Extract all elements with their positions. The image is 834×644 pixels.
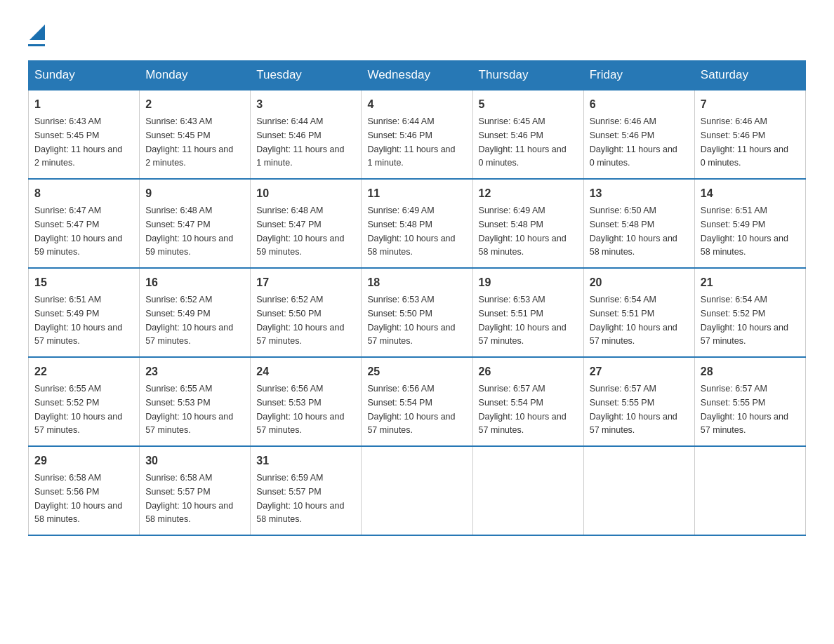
page-header bbox=[28, 21, 806, 46]
day-number: 13 bbox=[590, 185, 689, 202]
calendar-cell: 25Sunrise: 6:56 AMSunset: 5:54 PMDayligh… bbox=[362, 357, 472, 446]
calendar-cell: 30Sunrise: 6:58 AMSunset: 5:57 PMDayligh… bbox=[140, 446, 251, 535]
day-info: Sunrise: 6:51 AMSunset: 5:49 PMDaylight:… bbox=[701, 206, 788, 257]
day-number: 17 bbox=[256, 274, 355, 291]
calendar-cell: 22Sunrise: 6:55 AMSunset: 5:52 PMDayligh… bbox=[29, 357, 140, 446]
day-number: 25 bbox=[367, 363, 466, 380]
day-number: 27 bbox=[590, 363, 689, 380]
day-number: 11 bbox=[367, 185, 466, 202]
header-thursday: Thursday bbox=[472, 61, 583, 90]
calendar-cell: 19Sunrise: 6:53 AMSunset: 5:51 PMDayligh… bbox=[472, 268, 583, 357]
day-info: Sunrise: 6:56 AMSunset: 5:54 PMDaylight:… bbox=[367, 384, 455, 435]
day-info: Sunrise: 6:54 AMSunset: 5:52 PMDaylight:… bbox=[701, 295, 788, 346]
day-number: 19 bbox=[479, 274, 578, 291]
day-info: Sunrise: 6:46 AMSunset: 5:46 PMDaylight:… bbox=[590, 116, 677, 168]
calendar-cell: 13Sunrise: 6:50 AMSunset: 5:48 PMDayligh… bbox=[583, 179, 694, 268]
day-number: 1 bbox=[34, 96, 133, 113]
calendar-cell bbox=[362, 446, 472, 535]
day-info: Sunrise: 6:55 AMSunset: 5:52 PMDaylight:… bbox=[34, 384, 122, 435]
day-number: 3 bbox=[256, 96, 355, 113]
day-info: Sunrise: 6:44 AMSunset: 5:46 PMDaylight:… bbox=[256, 116, 344, 168]
calendar-cell: 12Sunrise: 6:49 AMSunset: 5:48 PMDayligh… bbox=[472, 179, 583, 268]
day-info: Sunrise: 6:53 AMSunset: 5:50 PMDaylight:… bbox=[367, 295, 455, 346]
calendar-cell: 4Sunrise: 6:44 AMSunset: 5:46 PMDaylight… bbox=[362, 90, 472, 179]
day-info: Sunrise: 6:51 AMSunset: 5:49 PMDaylight:… bbox=[34, 295, 122, 346]
calendar-cell: 15Sunrise: 6:51 AMSunset: 5:49 PMDayligh… bbox=[29, 268, 140, 357]
day-info: Sunrise: 6:54 AMSunset: 5:51 PMDaylight:… bbox=[590, 295, 677, 346]
calendar-cell: 2Sunrise: 6:43 AMSunset: 5:45 PMDaylight… bbox=[140, 90, 251, 179]
day-info: Sunrise: 6:45 AMSunset: 5:46 PMDaylight:… bbox=[479, 116, 567, 168]
day-number: 9 bbox=[145, 185, 244, 202]
logo bbox=[28, 21, 45, 46]
day-info: Sunrise: 6:48 AMSunset: 5:47 PMDaylight:… bbox=[256, 206, 344, 257]
header-friday: Friday bbox=[583, 61, 694, 90]
day-number: 6 bbox=[590, 96, 689, 113]
day-info: Sunrise: 6:57 AMSunset: 5:55 PMDaylight:… bbox=[701, 384, 788, 435]
day-info: Sunrise: 6:47 AMSunset: 5:47 PMDaylight:… bbox=[34, 206, 122, 257]
logo-underline bbox=[28, 44, 45, 46]
calendar-cell: 9Sunrise: 6:48 AMSunset: 5:47 PMDaylight… bbox=[140, 179, 251, 268]
day-info: Sunrise: 6:55 AMSunset: 5:53 PMDaylight:… bbox=[145, 384, 233, 435]
svg-marker-0 bbox=[29, 25, 45, 40]
calendar-cell: 7Sunrise: 6:46 AMSunset: 5:46 PMDaylight… bbox=[694, 90, 805, 179]
day-info: Sunrise: 6:50 AMSunset: 5:48 PMDaylight:… bbox=[590, 206, 677, 257]
calendar-cell bbox=[472, 446, 583, 535]
calendar-table: SundayMondayTuesdayWednesdayThursdayFrid… bbox=[28, 60, 806, 536]
day-info: Sunrise: 6:43 AMSunset: 5:45 PMDaylight:… bbox=[34, 116, 122, 168]
day-number: 29 bbox=[34, 452, 133, 469]
calendar-cell bbox=[583, 446, 694, 535]
day-number: 2 bbox=[145, 96, 244, 113]
day-number: 15 bbox=[34, 274, 133, 291]
week-row-1: 1Sunrise: 6:43 AMSunset: 5:45 PMDaylight… bbox=[29, 90, 806, 179]
day-info: Sunrise: 6:43 AMSunset: 5:45 PMDaylight:… bbox=[145, 116, 233, 168]
day-number: 23 bbox=[145, 363, 244, 380]
header-sunday: Sunday bbox=[29, 61, 140, 90]
calendar-cell: 14Sunrise: 6:51 AMSunset: 5:49 PMDayligh… bbox=[694, 179, 805, 268]
day-number: 8 bbox=[34, 185, 133, 202]
day-info: Sunrise: 6:59 AMSunset: 5:57 PMDaylight:… bbox=[256, 473, 344, 524]
calendar-cell: 3Sunrise: 6:44 AMSunset: 5:46 PMDaylight… bbox=[251, 90, 362, 179]
day-info: Sunrise: 6:46 AMSunset: 5:46 PMDaylight:… bbox=[701, 116, 788, 168]
calendar-cell: 16Sunrise: 6:52 AMSunset: 5:49 PMDayligh… bbox=[140, 268, 251, 357]
day-number: 10 bbox=[256, 185, 355, 202]
calendar-cell: 5Sunrise: 6:45 AMSunset: 5:46 PMDaylight… bbox=[472, 90, 583, 179]
calendar-cell: 17Sunrise: 6:52 AMSunset: 5:50 PMDayligh… bbox=[251, 268, 362, 357]
day-info: Sunrise: 6:48 AMSunset: 5:47 PMDaylight:… bbox=[145, 206, 233, 257]
day-number: 30 bbox=[145, 452, 244, 469]
header-monday: Monday bbox=[140, 61, 251, 90]
calendar-cell: 26Sunrise: 6:57 AMSunset: 5:54 PMDayligh… bbox=[472, 357, 583, 446]
week-row-5: 29Sunrise: 6:58 AMSunset: 5:56 PMDayligh… bbox=[29, 446, 806, 535]
day-info: Sunrise: 6:49 AMSunset: 5:48 PMDaylight:… bbox=[367, 206, 455, 257]
day-info: Sunrise: 6:56 AMSunset: 5:53 PMDaylight:… bbox=[256, 384, 344, 435]
day-number: 16 bbox=[145, 274, 244, 291]
logo-triangle-icon bbox=[29, 25, 45, 40]
day-info: Sunrise: 6:58 AMSunset: 5:57 PMDaylight:… bbox=[145, 473, 233, 524]
calendar-cell: 20Sunrise: 6:54 AMSunset: 5:51 PMDayligh… bbox=[583, 268, 694, 357]
week-row-2: 8Sunrise: 6:47 AMSunset: 5:47 PMDaylight… bbox=[29, 179, 806, 268]
week-row-4: 22Sunrise: 6:55 AMSunset: 5:52 PMDayligh… bbox=[29, 357, 806, 446]
day-number: 5 bbox=[479, 96, 578, 113]
day-info: Sunrise: 6:44 AMSunset: 5:46 PMDaylight:… bbox=[367, 116, 455, 168]
day-number: 7 bbox=[701, 96, 800, 113]
calendar-cell: 27Sunrise: 6:57 AMSunset: 5:55 PMDayligh… bbox=[583, 357, 694, 446]
calendar-cell: 11Sunrise: 6:49 AMSunset: 5:48 PMDayligh… bbox=[362, 179, 472, 268]
calendar-cell: 1Sunrise: 6:43 AMSunset: 5:45 PMDaylight… bbox=[29, 90, 140, 179]
day-number: 22 bbox=[34, 363, 133, 380]
day-info: Sunrise: 6:53 AMSunset: 5:51 PMDaylight:… bbox=[479, 295, 567, 346]
calendar-cell: 31Sunrise: 6:59 AMSunset: 5:57 PMDayligh… bbox=[251, 446, 362, 535]
calendar-cell: 6Sunrise: 6:46 AMSunset: 5:46 PMDaylight… bbox=[583, 90, 694, 179]
calendar-cell: 23Sunrise: 6:55 AMSunset: 5:53 PMDayligh… bbox=[140, 357, 251, 446]
calendar-cell: 24Sunrise: 6:56 AMSunset: 5:53 PMDayligh… bbox=[251, 357, 362, 446]
day-number: 20 bbox=[590, 274, 689, 291]
day-info: Sunrise: 6:52 AMSunset: 5:49 PMDaylight:… bbox=[145, 295, 233, 346]
day-number: 28 bbox=[701, 363, 800, 380]
calendar-cell: 28Sunrise: 6:57 AMSunset: 5:55 PMDayligh… bbox=[694, 357, 805, 446]
calendar-cell: 18Sunrise: 6:53 AMSunset: 5:50 PMDayligh… bbox=[362, 268, 472, 357]
header-wednesday: Wednesday bbox=[362, 61, 472, 90]
calendar-cell: 29Sunrise: 6:58 AMSunset: 5:56 PMDayligh… bbox=[29, 446, 140, 535]
day-number: 26 bbox=[479, 363, 578, 380]
day-number: 4 bbox=[367, 96, 466, 113]
day-number: 31 bbox=[256, 452, 355, 469]
day-info: Sunrise: 6:57 AMSunset: 5:55 PMDaylight:… bbox=[590, 384, 677, 435]
day-info: Sunrise: 6:57 AMSunset: 5:54 PMDaylight:… bbox=[479, 384, 567, 435]
